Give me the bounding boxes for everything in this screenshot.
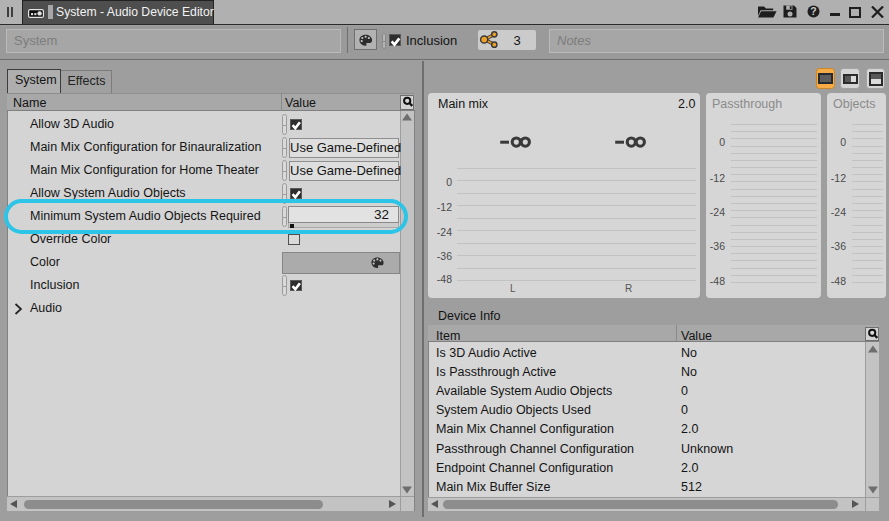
svg-text:?: ?	[810, 5, 816, 17]
